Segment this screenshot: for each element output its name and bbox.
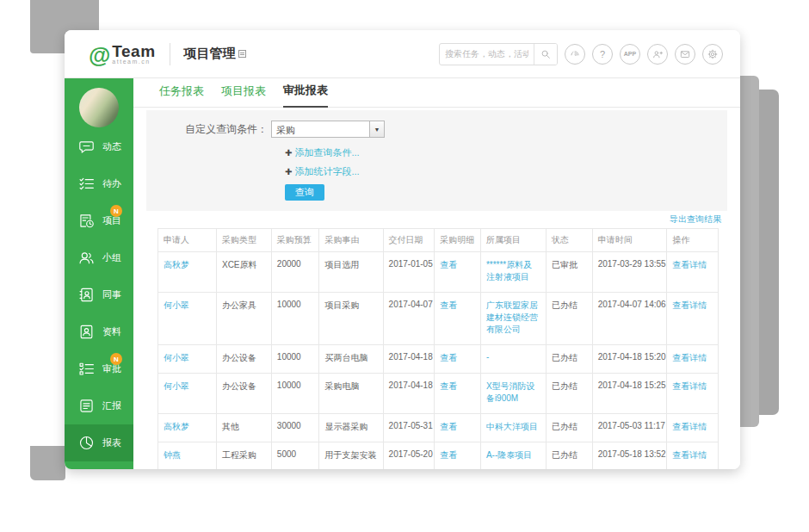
cell-project[interactable]: ******原料及注射液项目 xyxy=(480,252,546,293)
table-head-row: 申请人采购类型采购预算采购事由交付日期采购明细所属项目状态申请时间操作 xyxy=(158,229,719,252)
avatar-wrap xyxy=(65,78,133,128)
sidebar-item-group[interactable]: 小组 xyxy=(65,239,133,276)
export-results-link[interactable]: 导出查询结果 xyxy=(670,213,721,226)
app-icon: APP xyxy=(624,51,636,57)
cell-apply-time: 2017-04-07 14:06 xyxy=(592,293,667,345)
sidebar: 动态 待办 项目 N xyxy=(65,78,133,469)
cell-action[interactable]: 查看详情 xyxy=(667,414,719,442)
query-button[interactable]: 查询 xyxy=(285,184,324,201)
mail-button[interactable] xyxy=(675,44,695,65)
report-notebook-icon xyxy=(77,397,96,415)
cell-budget: 20000 xyxy=(271,252,319,293)
cell-applicant[interactable]: 钟燕 xyxy=(158,442,217,470)
tab-approval-reports[interactable]: 审批报表 xyxy=(283,83,328,108)
cell-project[interactable]: - xyxy=(480,345,546,374)
cell-detail[interactable]: 查看 xyxy=(435,345,481,374)
add-stat-field-label: 添加统计字段... xyxy=(294,166,359,176)
sidebar-item-project[interactable]: 项目 N xyxy=(65,202,133,239)
sidebar-item-approval[interactable]: 审批 N xyxy=(65,350,133,387)
cell-detail[interactable]: 查看 xyxy=(435,252,481,293)
sidebar-item-label: 汇报 xyxy=(102,399,121,412)
add-stat-field-link[interactable]: ✚添加统计字段... xyxy=(285,165,727,178)
cell-applicant[interactable]: 何小翠 xyxy=(158,374,217,414)
fingerprint-button[interactable] xyxy=(565,44,585,65)
title-info-icon[interactable] xyxy=(238,50,246,58)
condition-select[interactable]: 采购 ▼ xyxy=(271,121,385,138)
page-title: 项目管理 xyxy=(184,46,236,62)
column-header-apply-time: 申请时间 xyxy=(592,229,667,252)
cell-detail[interactable]: 查看 xyxy=(435,293,481,345)
table-row: 高秋梦其他30000显示器采购2017-05-31查看中科大洋项目已办结2017… xyxy=(158,414,719,442)
filter-panel: 自定义查询条件： 采购 ▼ ✚添加查询条件... ✚添加统计字段... 查询 xyxy=(146,110,727,211)
cell-apply-time: 2017-04-18 15:25 xyxy=(592,374,667,414)
column-header-action: 操作 xyxy=(667,229,719,252)
cell-purchase-type: XCE原料 xyxy=(216,252,271,293)
table-row: 钟燕工程采购5000用于支架安装2017-05-20查看A--隆泰项目已办结20… xyxy=(158,442,719,470)
cell-action[interactable]: 查看详情 xyxy=(667,374,719,414)
column-header-status: 状态 xyxy=(547,229,593,252)
cell-reason: 项目采购 xyxy=(319,293,383,345)
new-badge: N xyxy=(110,205,122,217)
sidebar-item-label: 动态 xyxy=(102,140,121,153)
cell-budget: 30000 xyxy=(271,414,319,442)
settings-button[interactable] xyxy=(702,44,723,65)
app-button[interactable]: APP xyxy=(620,44,640,65)
sidebar-item-todo[interactable]: 待办 xyxy=(65,165,133,202)
logo: @ Team atteam.cn xyxy=(89,44,156,65)
chevron-down-icon: ▼ xyxy=(369,121,384,137)
cell-apply-time: 2017-05-03 11:17 xyxy=(592,414,667,442)
cell-action[interactable]: 查看详情 xyxy=(667,442,719,470)
cell-applicant[interactable]: 高秋梦 xyxy=(158,414,217,442)
group-people-icon xyxy=(77,249,96,267)
cell-reason: 项目选用 xyxy=(319,252,383,293)
settings-icon xyxy=(707,48,719,60)
sidebar-item-label: 同事 xyxy=(102,288,121,301)
cell-delivery-date: 2017-04-07 xyxy=(383,293,435,345)
cell-project[interactable]: A--隆泰项目 xyxy=(480,442,546,470)
add-condition-link[interactable]: ✚添加查询条件... xyxy=(285,146,727,159)
cell-reason: 采购电脑 xyxy=(319,374,383,414)
cell-project[interactable]: 广东联盟家居建材连锁经营有限公司 xyxy=(480,293,546,345)
search-input[interactable] xyxy=(440,49,534,59)
cell-detail[interactable]: 查看 xyxy=(435,442,481,470)
pie-chart-icon xyxy=(77,434,96,452)
sidebar-item-report[interactable]: 汇报 xyxy=(65,387,133,424)
cell-action[interactable]: 查看详情 xyxy=(667,293,719,345)
cell-reason: 买两台电脑 xyxy=(319,345,383,374)
cell-action[interactable]: 查看详情 xyxy=(667,252,719,293)
sidebar-item-reports[interactable]: 报表 xyxy=(65,424,133,461)
cell-applicant[interactable]: 高秋梦 xyxy=(158,252,217,293)
cell-status: 已办结 xyxy=(547,345,593,374)
search-button[interactable] xyxy=(534,44,557,65)
tab-project-reports[interactable]: 项目报表 xyxy=(221,84,266,107)
cell-detail[interactable]: 查看 xyxy=(435,414,481,442)
cell-detail[interactable]: 查看 xyxy=(435,374,481,414)
sidebar-item-files[interactable]: 资料 xyxy=(65,313,133,350)
cell-purchase-type: 工程采购 xyxy=(216,442,271,470)
sidebar-item-label: 资料 xyxy=(102,325,121,338)
invite-user-button[interactable] xyxy=(647,44,668,65)
sidebar-item-feed[interactable]: 动态 xyxy=(65,128,133,165)
new-badge: N xyxy=(110,353,122,365)
cell-action[interactable]: 查看详情 xyxy=(667,345,719,374)
tab-task-reports[interactable]: 任务报表 xyxy=(159,84,204,107)
table-row: 高秋梦XCE原料20000项目选用2017-01-05查看******原料及注射… xyxy=(158,252,719,293)
todo-checklist-icon xyxy=(77,175,96,193)
cell-applicant[interactable]: 何小翠 xyxy=(158,345,217,374)
sidebar-item-label: 小组 xyxy=(102,251,121,264)
cell-project[interactable]: X型号消防设备i900M xyxy=(480,374,546,414)
cell-budget: 10000 xyxy=(271,293,319,345)
cell-apply-time: 2017-03-29 13:55 xyxy=(592,252,667,293)
cell-budget: 5000 xyxy=(271,442,319,470)
cell-project[interactable]: 中科大洋项目 xyxy=(480,414,546,442)
condition-select-value: 采购 xyxy=(272,121,369,137)
cell-applicant[interactable]: 何小翠 xyxy=(158,293,217,345)
logo-text-block: Team atteam.cn xyxy=(112,44,155,65)
table-row: 何小翠办公设备10000采购电脑2017-04-18查看X型号消防设备i900M… xyxy=(158,374,719,414)
sidebar-item-colleagues[interactable]: 同事 xyxy=(65,276,133,313)
main-content: 任务报表 项目报表 审批报表 自定义查询条件： 采购 ▼ ✚添加查询条件... … xyxy=(133,78,740,469)
cell-delivery-date: 2017-05-31 xyxy=(383,414,435,442)
help-button[interactable]: ? xyxy=(592,44,613,65)
avatar[interactable] xyxy=(79,88,119,127)
table-body: 高秋梦XCE原料20000项目选用2017-01-05查看******原料及注射… xyxy=(158,252,719,470)
